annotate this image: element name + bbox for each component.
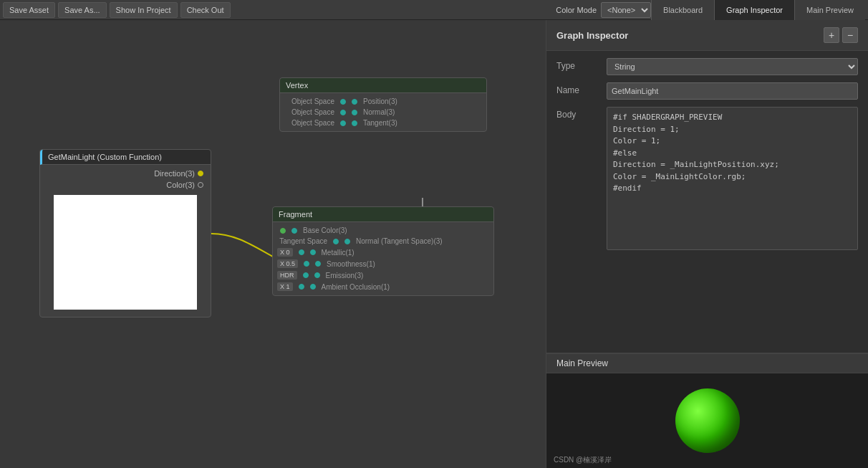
inspector-add-button[interactable]: + bbox=[824, 27, 839, 43]
vertex-position-out-port[interactable] bbox=[352, 99, 357, 105]
vertex-position-name: Position(3) bbox=[363, 97, 397, 105]
getmainlight-title: GetMainLight (Custom Function) bbox=[40, 150, 211, 165]
fragment-ao-name: Ambient Occlusion(1) bbox=[322, 283, 390, 291]
fragment-normal-label: Tangent Space bbox=[277, 237, 327, 245]
save-as-button[interactable]: Save As... bbox=[58, 2, 107, 18]
inspector-header-buttons: + − bbox=[824, 27, 858, 43]
check-out-button[interactable]: Check Out bbox=[180, 2, 231, 18]
vertex-position-in-port[interactable] bbox=[340, 99, 346, 105]
fragment-normal-out-port[interactable] bbox=[344, 239, 350, 244]
inspector-name-row: Name bbox=[556, 82, 858, 100]
direction-port[interactable] bbox=[198, 171, 203, 176]
inspector-title: Graph Inspector bbox=[556, 30, 628, 41]
inspector-body: Type String Name Body bbox=[546, 51, 868, 353]
canvas-area[interactable]: GetMainLight (Custom Function) Direction… bbox=[0, 20, 546, 468]
fragment-title: Fragment bbox=[273, 207, 493, 222]
body-label: Body bbox=[556, 107, 607, 120]
vertex-normal-name: Normal(3) bbox=[363, 108, 395, 116]
fragment-basecolor-name: Base Color(3) bbox=[303, 226, 347, 234]
fragment-emission-row: HDR Emission(3) bbox=[273, 269, 493, 281]
top-bar: Save Asset Save As... Show In Project Ch… bbox=[0, 0, 868, 20]
fragment-emission-in-port[interactable] bbox=[303, 272, 309, 278]
fragment-basecolor-out-port[interactable] bbox=[291, 228, 297, 234]
fragment-emission-tag: HDR bbox=[277, 271, 297, 280]
direction-label: Direction(3) bbox=[154, 169, 195, 178]
color-mode-label: Color Mode bbox=[556, 6, 597, 14]
name-value-wrapper bbox=[607, 82, 858, 100]
fragment-metallic-row: X 0 Metallic(1) bbox=[273, 247, 493, 258]
blackboard-tab[interactable]: Blackboard bbox=[651, 0, 714, 20]
fragment-normal-row: Tangent Space Normal (Tangent Space)(3) bbox=[273, 236, 493, 247]
body-textarea[interactable] bbox=[607, 107, 858, 250]
graph-inspector-tab[interactable]: Graph Inspector bbox=[714, 0, 794, 20]
vertex-tangent-out-port[interactable] bbox=[352, 120, 357, 126]
inspector-type-row: Type String bbox=[556, 58, 858, 75]
vertex-position-label: Object Space bbox=[284, 97, 334, 105]
port-color-row: Color(3) bbox=[40, 179, 211, 191]
fragment-basecolor-port[interactable] bbox=[280, 228, 286, 234]
fragment-normal-name: Normal (Tangent Space)(3) bbox=[356, 237, 443, 245]
show-in-project-button[interactable]: Show In Project bbox=[110, 2, 178, 18]
fragment-metallic-out-port[interactable] bbox=[310, 249, 316, 255]
fragment-ao-out-port[interactable] bbox=[310, 284, 316, 290]
inspector-body-row: Body bbox=[556, 107, 858, 252]
vertex-title: Vertex bbox=[280, 78, 486, 93]
node-preview-box bbox=[54, 195, 197, 310]
node-getmainlight[interactable]: GetMainLight (Custom Function) Direction… bbox=[39, 149, 211, 317]
watermark: CSDN @楠溪泽岸 bbox=[554, 455, 612, 465]
vertex-tangent-in-port[interactable] bbox=[340, 120, 346, 126]
color-label: Color(3) bbox=[166, 181, 195, 189]
type-label: Type bbox=[556, 58, 607, 71]
fragment-smoothness-name: Smoothness(1) bbox=[327, 260, 375, 268]
vertex-tangent-row: Object Space Tangent(3) bbox=[280, 118, 486, 128]
main-area: GetMainLight (Custom Function) Direction… bbox=[0, 20, 868, 468]
graph-inspector-panel: Graph Inspector + − Type String Name bbox=[546, 20, 868, 353]
color-port[interactable] bbox=[198, 182, 203, 188]
fragment-metallic-in-port[interactable] bbox=[299, 249, 304, 255]
fragment-smoothness-in-port[interactable] bbox=[304, 261, 309, 267]
fragment-smoothness-tag: X 0.5 bbox=[277, 259, 298, 268]
vertex-normal-out-port[interactable] bbox=[352, 110, 357, 115]
body-value-wrapper bbox=[607, 107, 858, 252]
preview-sphere bbox=[675, 388, 740, 453]
node-vertex[interactable]: Vertex Object Space Position(3) Object S… bbox=[279, 77, 487, 132]
port-direction-row: Direction(3) bbox=[40, 168, 211, 179]
main-preview-panel: Main Preview CSDN @楠溪泽岸 bbox=[546, 353, 868, 468]
fragment-metallic-tag: X 0 bbox=[277, 248, 293, 257]
preview-body: CSDN @楠溪泽岸 bbox=[546, 373, 868, 468]
fragment-ao-row: X 1 Ambient Occlusion(1) bbox=[273, 281, 493, 292]
right-panel: Graph Inspector + − Type String Name bbox=[546, 20, 868, 468]
fragment-smoothness-out-port[interactable] bbox=[315, 261, 321, 267]
save-asset-button[interactable]: Save Asset bbox=[3, 2, 55, 18]
vertex-normal-in-port[interactable] bbox=[340, 110, 346, 115]
vertex-position-row: Object Space Position(3) bbox=[280, 96, 486, 107]
fragment-ao-in-port[interactable] bbox=[299, 284, 304, 290]
name-input[interactable] bbox=[607, 82, 858, 100]
fragment-emission-out-port[interactable] bbox=[314, 272, 320, 278]
main-preview-tab[interactable]: Main Preview bbox=[794, 0, 865, 20]
type-select[interactable]: String bbox=[607, 58, 858, 75]
vertex-normal-label: Object Space bbox=[284, 108, 334, 116]
fragment-smoothness-row: X 0.5 Smoothness(1) bbox=[273, 258, 493, 269]
vertex-tangent-name: Tangent(3) bbox=[363, 119, 397, 127]
fragment-emission-name: Emission(3) bbox=[326, 272, 364, 280]
preview-header: Main Preview bbox=[546, 354, 868, 373]
type-value-wrapper: String bbox=[607, 58, 858, 75]
fragment-basecolor-row: Base Color(3) bbox=[273, 225, 493, 236]
vertex-tangent-label: Object Space bbox=[284, 119, 334, 127]
name-label: Name bbox=[556, 82, 607, 95]
inspector-header: Graph Inspector + − bbox=[546, 20, 868, 51]
fragment-normal-in-port[interactable] bbox=[333, 239, 339, 244]
fragment-ao-tag: X 1 bbox=[277, 282, 293, 291]
color-mode-select[interactable]: <None> bbox=[601, 2, 651, 18]
fragment-metallic-name: Metallic(1) bbox=[322, 249, 355, 257]
inspector-remove-button[interactable]: − bbox=[842, 27, 858, 43]
vertex-normal-row: Object Space Normal(3) bbox=[280, 107, 486, 118]
node-fragment[interactable]: Fragment Base Color(3) Tangent Space Nor… bbox=[272, 206, 494, 296]
